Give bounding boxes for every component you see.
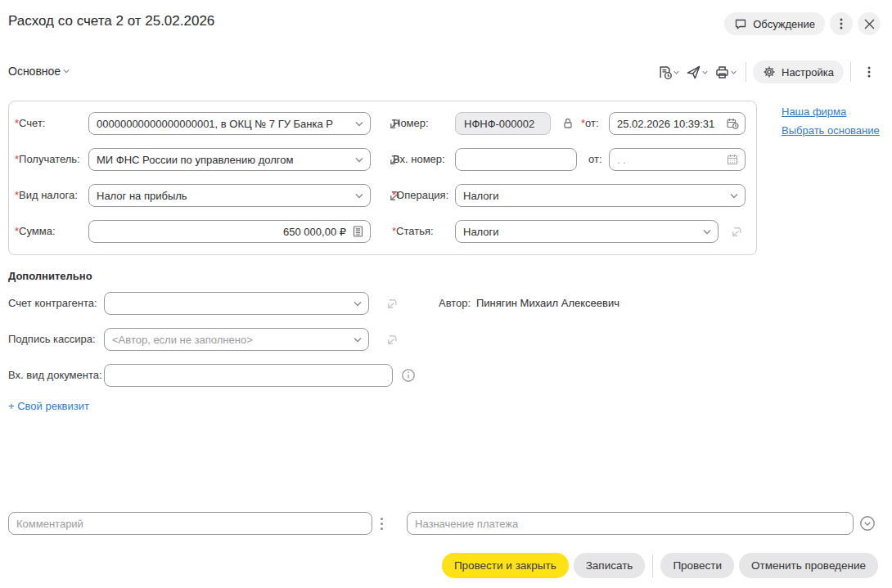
open-form-icon [385,333,399,347]
chevron-down-icon [355,157,363,163]
open-form-icon [729,225,743,239]
toolbar-kebab-button[interactable] [858,61,881,83]
in-number-input[interactable] [455,148,577,171]
kebab-icon [840,17,843,30]
chevron-down-icon [354,301,362,307]
calendar-icon [726,153,739,166]
post-button[interactable]: Провести [660,553,734,578]
chevron-down-icon [730,193,738,199]
settings-label: Настройка [782,66,834,79]
additional-section-title: Дополнительно [8,270,92,282]
in-date-input[interactable]: . . [609,148,746,171]
paper-plane-icon [686,65,701,80]
comment-kebab-button[interactable] [378,515,385,532]
undo-posting-button[interactable]: Отменить проведение [739,553,878,578]
kebab-icon [867,65,871,79]
payment-purpose-expand-button[interactable] [858,514,876,532]
chevron-down-icon [355,193,363,199]
account-label: *Счет: [15,112,45,135]
article-open-button[interactable] [727,222,745,240]
document-clock-icon [657,65,673,80]
divider [850,62,851,82]
discussion-button[interactable]: Обсуждение [724,12,825,35]
send-button[interactable] [683,63,710,82]
save-button[interactable]: Записать [574,553,646,578]
in-date-placeholder: . . [617,154,626,166]
settings-button[interactable]: Настройка [753,61,844,83]
operation-label: *Операция: [392,184,448,207]
close-icon [864,19,875,29]
chevron-down-icon [63,69,70,74]
amount-value: 650 000,00 ₽ [97,226,346,238]
counterparty-account-open-button[interactable] [382,294,400,312]
payee-value: МИ ФНС России по управлению долгом [97,154,350,166]
date-input[interactable]: 25.02.2026 10:39:31 [609,112,746,135]
incoming-doc-type-input[interactable] [104,364,393,387]
header-actions: Обсуждение [724,12,881,35]
in-date-label: от: [588,148,602,171]
author-value: Пинягин Михаил Алексеевич [476,292,619,315]
operation-value: Налоги [463,190,725,202]
date-value: 25.02.2026 10:39:31 [617,118,714,130]
link-our-company[interactable]: Наша фирма [782,105,846,118]
close-button[interactable] [858,12,881,35]
gear-icon [763,65,776,79]
footer-actions: Провести и закрыть Записать Провести Отм… [442,553,878,578]
cashier-signature-placeholder: <Автор, если не заполнено> [112,334,349,346]
account-select[interactable]: 00000000000000000001, в ОКЦ № 7 ГУ Банка… [88,112,371,135]
divider [746,62,746,82]
amount-input[interactable]: 650 000,00 ₽ [88,220,371,243]
comment-input[interactable] [8,512,372,535]
main-menu-label: Основное [8,65,61,78]
tax-type-select[interactable]: Налог на прибыль [88,184,371,207]
print-button[interactable] [712,63,739,82]
chevron-down-circle-icon [859,515,876,532]
cashier-signature-select[interactable]: <Автор, если не заполнено> [104,328,369,351]
incoming-doc-type-label: Вх. вид документа: [8,364,102,387]
link-custom-attribute[interactable]: + Свой реквизит [8,400,89,412]
cashier-signature-label: Подпись кассира: [8,328,96,351]
post-and-close-button[interactable]: Провести и закрыть [442,553,569,578]
chevron-down-icon [355,121,363,127]
chevron-down-icon [702,70,708,74]
header-kebab-button[interactable] [830,12,853,35]
calculator-icon[interactable] [352,225,364,238]
payee-select[interactable]: МИ ФНС России по управлению долгом [88,148,371,171]
chevron-down-icon [674,70,679,74]
number-label: Номер: [393,112,429,135]
open-form-icon [385,297,399,311]
info-icon [401,368,416,383]
tax-type-label: *Вид налога: [15,184,78,207]
author-label: Автор: [439,292,471,315]
date-label: *от: [581,112,599,135]
page-title: Расход со счета 2 от 25.02.2026 [8,13,214,29]
document-window: Расход со счета 2 от 25.02.2026 Обсужден… [0,0,892,588]
cashier-signature-open-button[interactable] [382,330,400,348]
chevron-down-icon [731,70,737,74]
in-number-label: Вх. номер: [393,148,445,171]
printer-icon [714,65,730,80]
lock-icon [561,117,574,130]
payment-purpose-input[interactable] [407,512,854,535]
article-select[interactable]: Налоги [455,220,719,243]
payee-label: *Получатель: [15,148,80,171]
create-based-on-button[interactable] [655,63,682,82]
document-toolbar: Настройка [655,61,881,83]
link-select-basis[interactable]: Выбрать основание [782,124,880,137]
discussion-label: Обсуждение [753,18,815,30]
counterparty-account-select[interactable] [104,292,369,315]
chevron-down-icon [703,229,711,235]
operation-select[interactable]: Налоги [455,184,746,207]
number-lock-button[interactable] [559,114,577,132]
number-input: НФНФ-000002 [455,112,551,135]
article-value: Налоги [463,226,698,238]
counterparty-account-label: Счет контрагента: [8,292,97,315]
kebab-icon [381,518,383,520]
incoming-doc-type-info-button[interactable] [399,366,417,384]
divider [652,554,653,577]
calendar-clock-icon [726,117,739,130]
number-value: НФНФ-000002 [464,118,534,130]
main-menu[interactable]: Основное [8,65,70,78]
chat-icon [734,17,747,30]
chevron-down-icon [354,337,362,343]
